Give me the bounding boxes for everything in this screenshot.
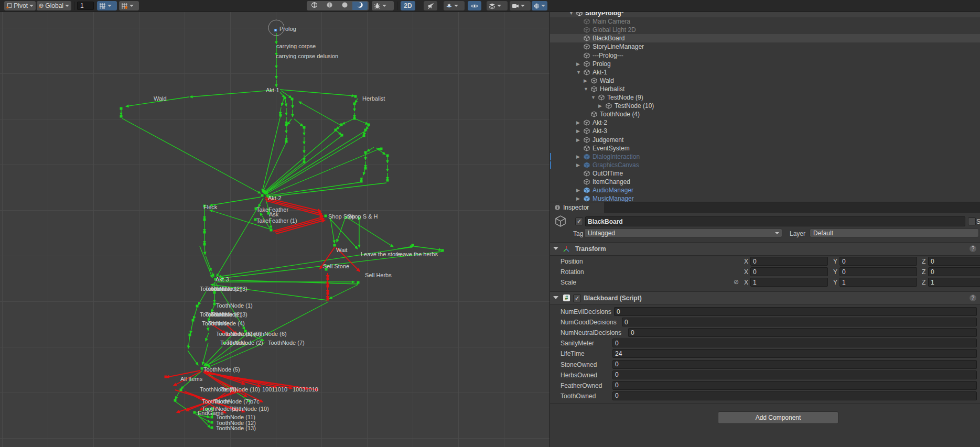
static-checkbox[interactable]	[968, 217, 976, 225]
transform-position-z-field[interactable]: 0	[928, 257, 980, 266]
hierarchy-item-label: BlackBoard	[593, 35, 624, 42]
camera-settings-button[interactable]	[510, 1, 531, 10]
foldout-closed-icon[interactable]: ▶	[576, 188, 580, 193]
transform-foldout-icon[interactable]	[553, 247, 558, 250]
gameobject-cube-icon	[584, 52, 590, 60]
foldout-closed-icon[interactable]: ▶	[576, 120, 580, 125]
hierarchy-item-wald[interactable]: ▶Wald	[550, 77, 980, 85]
hierarchy-item-herbalist[interactable]: ▼Herbalist	[550, 85, 980, 93]
hierarchy-item-akt-1[interactable]: ▼Akt-1	[550, 68, 980, 77]
gizmos-button[interactable]	[532, 1, 547, 10]
snap-increment-button[interactable]	[119, 1, 139, 10]
hierarchy-item-akt-3[interactable]: ▶Akt-3	[550, 127, 980, 135]
gameobject-cube-icon	[554, 215, 567, 227]
blackboard-script-header[interactable]: # ✓ Blackboard (Script) ?	[550, 291, 980, 305]
hierarchy-item-toothnode-4[interactable]: ToothNode (4)	[550, 110, 980, 118]
active-checkbox[interactable]: ✓	[575, 217, 583, 225]
axis-label: X	[744, 258, 748, 265]
sanitymeter-input[interactable]: 0	[612, 339, 977, 347]
debug-draw-button[interactable]	[372, 1, 394, 10]
transform-scale-y-field[interactable]: 1	[839, 278, 917, 287]
scene-view[interactable]: Prologcarrying corpsecarrying corpse del…	[0, 12, 550, 447]
scene-visibility-button[interactable]	[468, 1, 481, 10]
2d-mode-button[interactable]: 2D	[401, 1, 415, 10]
inspector-panel: Inspector ✓ BlackBoard St Tag Untagged L…	[550, 202, 980, 447]
transform-position-y-field[interactable]: 0	[839, 257, 917, 266]
add-component-button[interactable]: Add Component	[718, 411, 838, 424]
global-caret-icon	[65, 5, 69, 7]
hierarchy-item-label: GraphicsCanvas	[593, 161, 639, 169]
audio-mute-button[interactable]	[424, 1, 437, 10]
help-icon[interactable]: ?	[970, 245, 976, 252]
transform-scale-z-field[interactable]: 1	[928, 278, 980, 287]
foldout-closed-icon[interactable]: ▶	[576, 154, 580, 159]
graph-node-label: 10031010	[293, 386, 318, 393]
gizmo-globe-icon	[534, 3, 540, 9]
grid-size-input[interactable]: 1	[77, 2, 94, 10]
lifetime-input[interactable]: 24	[612, 349, 977, 358]
hierarchy-item-outoftime[interactable]: OutOfTime	[550, 169, 980, 178]
foldout-closed-icon[interactable]: ▶	[598, 103, 602, 108]
foldout-closed-icon[interactable]: ▶	[576, 137, 580, 143]
featherowned-input[interactable]: 0	[612, 381, 977, 390]
global-button[interactable]: Global	[37, 1, 71, 10]
transform-rotation-z-field[interactable]: 0	[928, 267, 980, 276]
tab-inspector[interactable]: Inspector	[550, 202, 604, 213]
transform-position-x-field[interactable]: 0	[750, 257, 828, 266]
foldout-closed-icon[interactable]: ▶	[576, 61, 580, 67]
hierarchy-item-musicmanager[interactable]: ▶MusicManager	[550, 194, 980, 202]
transform-rotation-x-field[interactable]: 0	[750, 267, 828, 276]
graph-edge-green	[266, 182, 360, 196]
shaded-mode-icon[interactable]	[322, 2, 337, 10]
foldout-closed-icon[interactable]: ▶	[576, 196, 580, 201]
hierarchy-item-judgement[interactable]: ▶Judgement	[550, 136, 980, 144]
shaded-wireframe-icon[interactable]	[307, 2, 322, 10]
hierarchy-item-global-light-2d[interactable]: Global Light 2D	[550, 26, 980, 34]
foldout-closed-icon[interactable]: ▶	[576, 128, 580, 134]
numneutraldecisions-input[interactable]: 0	[628, 328, 977, 337]
wireframe-moon-icon[interactable]	[352, 2, 368, 10]
hierarchy-item-audiomanager[interactable]: ▶AudioManager	[550, 186, 980, 194]
hierarchy-item-prolog[interactable]: ▶Prolog	[550, 60, 980, 68]
transform-scale-x-field[interactable]: 1	[750, 278, 828, 287]
shading-mode-group	[307, 1, 369, 10]
hierarchy-item-akt-2[interactable]: ▶Akt-2	[550, 118, 980, 127]
scale-link-icon[interactable]: ⊘	[734, 278, 739, 286]
hierarchy-item-main-camera[interactable]: Main Camera	[550, 17, 980, 26]
hierarchy-item-dialoginteraction[interactable]: ▶DialogInteraction	[550, 152, 980, 161]
hierarchy-item-prolog[interactable]: ---Prolog---	[550, 51, 980, 60]
gameobject-cube-icon	[584, 119, 590, 127]
foldout-closed-icon[interactable]: ▶	[584, 78, 587, 83]
script-foldout-icon[interactable]	[553, 296, 558, 299]
lighting-button[interactable]	[444, 1, 465, 10]
hierarchy-item-testnode-10[interactable]: ▶TestNode (10)	[550, 102, 980, 110]
hierarchy-item-testnode-9[interactable]: ▼TestNode (9)	[550, 93, 980, 102]
herbsowned-input[interactable]: 0	[612, 370, 977, 379]
grid-snap-button[interactable]: Y	[97, 1, 117, 10]
foldout-open-icon[interactable]: ▼	[576, 70, 581, 75]
script-enabled-checkbox[interactable]: ✓	[573, 295, 581, 302]
numgooddecisions-input[interactable]: 0	[622, 318, 977, 326]
gameobject-cube-icon	[584, 137, 590, 145]
hierarchy-item-eventsystem[interactable]: EventSystem	[550, 144, 980, 152]
graph-edge-green	[188, 336, 190, 348]
solid-mode-icon[interactable]	[337, 2, 352, 10]
foldout-open-icon[interactable]: ▼	[584, 86, 588, 92]
transform-rotation-y-field[interactable]: 0	[839, 267, 917, 276]
help-icon[interactable]: ?	[970, 295, 976, 301]
hierarchy-item-itemchanged[interactable]: ItemChanged	[550, 178, 980, 186]
hierarchy-item-graphicscanvas[interactable]: ▶GraphicsCanvas	[550, 161, 980, 169]
toothowned-input[interactable]: 0	[612, 391, 977, 400]
foldout-open-icon[interactable]: ▼	[591, 95, 596, 100]
hierarchy-item-storylinemanager[interactable]: StoryLineManager	[550, 42, 980, 51]
foldout-closed-icon[interactable]: ▶	[576, 162, 580, 168]
gameobject-name-field[interactable]: BlackBoard	[585, 216, 965, 226]
stoneowned-input[interactable]: 0	[612, 360, 977, 369]
hierarchy-item-blackboard[interactable]: BlackBoard	[550, 34, 980, 42]
numevildecisions-input[interactable]: 0	[614, 307, 977, 316]
pivot-button[interactable]: Pivot	[4, 1, 36, 10]
layers-button[interactable]	[487, 1, 508, 10]
transform-header[interactable]: Transform ?	[550, 242, 980, 256]
tag-dropdown[interactable]: Untagged	[584, 228, 782, 237]
layer-dropdown[interactable]: Default	[810, 228, 979, 237]
